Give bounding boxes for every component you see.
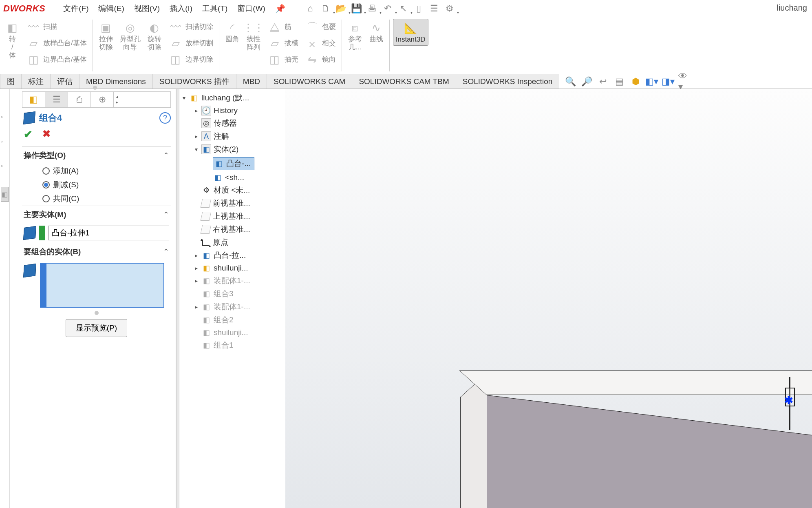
ribbon-extrude-cut[interactable]: ▣拉伸 切除 bbox=[96, 19, 116, 53]
ribbon-boundary[interactable]: ◫边界凸台/基体 bbox=[24, 51, 89, 68]
radio-subtract[interactable]: 删减(S) bbox=[22, 178, 171, 192]
ribbon-hole-wizard[interactable]: ◎异型孔 向导 bbox=[117, 19, 143, 53]
vstrip-icon-active[interactable]: ◧ bbox=[1, 187, 9, 202]
ribbon-intersect[interactable]: ⨉相交 bbox=[302, 35, 338, 51]
menu-insert[interactable]: 插入(I) bbox=[165, 2, 196, 16]
tree-body-1[interactable]: ◧凸台-... bbox=[179, 156, 285, 171]
print-icon[interactable]: 🖶▾ bbox=[365, 2, 379, 16]
menu-view[interactable]: 视图(V) bbox=[130, 2, 164, 16]
panel-splitter[interactable] bbox=[176, 89, 179, 508]
radio-add[interactable]: 添加(A) bbox=[22, 164, 171, 178]
main-body-input[interactable] bbox=[48, 226, 169, 240]
ribbon-linear-pattern[interactable]: ⋮⋮线性 阵列 bbox=[244, 19, 263, 53]
tree-sensors[interactable]: ◎传感器 bbox=[179, 117, 285, 130]
tab-evaluate[interactable]: 评估 bbox=[51, 74, 79, 89]
pm-tab-overflow[interactable]: ◂▸ bbox=[114, 92, 120, 107]
pm-tab-property-manager[interactable]: ☰ bbox=[45, 92, 68, 107]
open-icon[interactable]: 📂▾ bbox=[334, 2, 348, 16]
section-view-icon[interactable]: ▤ bbox=[613, 75, 625, 88]
tree-material[interactable]: ⚙材质 <未... bbox=[179, 184, 285, 197]
ribbon-shell[interactable]: ◫抽壳 bbox=[265, 51, 301, 68]
menu-file[interactable]: 文件(F) bbox=[59, 2, 93, 16]
ribbon-sweep[interactable]: 〰扫描 bbox=[24, 19, 89, 35]
undo-icon[interactable]: ↶▾ bbox=[381, 2, 395, 16]
vstrip-icon-3[interactable]: ◦ bbox=[1, 162, 9, 171]
pin-icon[interactable]: 📌 bbox=[271, 4, 289, 13]
tab-inspection[interactable]: SOLIDWORKS Inspection bbox=[456, 74, 560, 89]
ribbon-unknown-left[interactable]: ◧转/体 bbox=[2, 19, 22, 61]
panel-resize-dot[interactable] bbox=[93, 86, 97, 90]
pm-tab-config[interactable]: ⎙ bbox=[68, 92, 91, 107]
ribbon-fillet[interactable]: ◜圆角 bbox=[223, 19, 242, 45]
tree-history[interactable]: ▸🕘History bbox=[179, 104, 285, 117]
menu-tools[interactable]: 工具(T) bbox=[198, 2, 232, 16]
tree-annotations[interactable]: ▸A注解 bbox=[179, 130, 285, 143]
bodies-selection-list[interactable] bbox=[46, 263, 164, 308]
tree-combine-3[interactable]: ◧组合3 bbox=[179, 287, 285, 300]
tab-mbd-dimensions[interactable]: MBD Dimensions bbox=[79, 74, 153, 89]
pm-tab-feature-tree[interactable]: ◧ bbox=[22, 92, 45, 107]
list-resize-dot[interactable] bbox=[95, 311, 99, 315]
help-icon[interactable]: ? bbox=[159, 112, 171, 124]
ribbon-revolve-cut[interactable]: ◐旋转 切除 bbox=[145, 19, 164, 53]
view-orientation-icon[interactable]: ⬢ bbox=[629, 75, 642, 88]
ribbon-sweep-cut[interactable]: 〰扫描切除 bbox=[166, 19, 216, 35]
select-icon[interactable]: ↖▾ bbox=[396, 2, 410, 16]
rebuild-icon[interactable]: ▯ bbox=[412, 2, 426, 16]
ribbon-loft[interactable]: ▱放样凸台/基体 bbox=[24, 35, 89, 51]
new-icon[interactable]: 🗋▾ bbox=[319, 2, 333, 16]
tree-assembly-1b[interactable]: ▸◧装配体1-... bbox=[179, 300, 285, 313]
tree-assembly-1a[interactable]: ▸◧装配体1-... bbox=[179, 274, 285, 287]
hide-show-icon[interactable]: ◨▾ bbox=[662, 75, 674, 88]
show-preview-button[interactable]: 显示预览(P) bbox=[66, 319, 127, 337]
home-icon[interactable]: ⌂ bbox=[303, 2, 317, 16]
section-main-body[interactable]: 主要实体(M) ⌃ bbox=[22, 206, 171, 223]
ok-button[interactable]: ✔ bbox=[24, 128, 33, 141]
ribbon-ref-geom[interactable]: ⧈参考 几... bbox=[345, 19, 365, 53]
tree-bodies-folder[interactable]: ▾◧实体(2) bbox=[179, 143, 285, 156]
ribbon-wrap[interactable]: ⌒包覆 bbox=[302, 19, 338, 35]
ribbon-boundary-cut[interactable]: ◫边界切除 bbox=[166, 51, 216, 68]
tree-top-plane[interactable]: 上视基准... bbox=[179, 210, 285, 223]
tree-extrude-feature[interactable]: ▸◧凸台-拉... bbox=[179, 249, 285, 262]
radio-common[interactable]: 共同(C) bbox=[22, 192, 171, 206]
menu-window[interactable]: 窗口(W) bbox=[233, 2, 269, 16]
tree-body-2[interactable]: ◧<sh... bbox=[179, 171, 285, 184]
vstrip-icon-2[interactable]: ◦ bbox=[1, 138, 9, 146]
save-icon[interactable]: 💾▾ bbox=[350, 2, 364, 16]
tab-cam-tbm[interactable]: SOLIDWORKS CAM TBM bbox=[352, 74, 456, 89]
settings-icon[interactable]: ⚙▾ bbox=[443, 2, 457, 16]
section-bodies-to-combine[interactable]: 要组合的实体(B) ⌃ bbox=[22, 243, 171, 260]
tab-mbd[interactable]: MBD bbox=[236, 74, 267, 89]
tree-combine-2[interactable]: ◧组合2 bbox=[179, 313, 285, 326]
ribbon-curves[interactable]: ∿曲线 bbox=[366, 19, 386, 45]
tree-root[interactable]: ▾◧liuchang (默... bbox=[179, 91, 285, 104]
tab-addins[interactable]: SOLIDWORKS 插件 bbox=[153, 74, 236, 89]
ribbon-rib[interactable]: ⧋筋 bbox=[265, 19, 301, 35]
tree-right-plane[interactable]: 右视基准... bbox=[179, 223, 285, 236]
ribbon-instant3d[interactable]: 📐Instant3D bbox=[393, 19, 428, 46]
tab-annotate[interactable]: 标注 bbox=[22, 74, 51, 89]
tree-front-plane[interactable]: 前视基准... bbox=[179, 197, 285, 210]
tab-sketch[interactable]: 图 bbox=[0, 74, 22, 89]
vstrip-icon-1[interactable]: ◦ bbox=[1, 113, 9, 122]
ribbon-mirror[interactable]: ⇋镜向 bbox=[302, 51, 338, 68]
appearance-icon[interactable]: 👁▾ bbox=[678, 75, 691, 88]
cancel-button[interactable]: ✖ bbox=[42, 128, 51, 141]
3d-viewport[interactable]: ✱ bbox=[285, 89, 812, 508]
zoom-fit-icon[interactable]: 🔍 bbox=[564, 75, 576, 88]
tab-cam[interactable]: SOLIDWORKS CAM bbox=[267, 74, 352, 89]
pm-tab-dimxpert[interactable]: ⊕ bbox=[91, 92, 114, 107]
section-operation-type[interactable]: 操作类型(O) ⌃ bbox=[22, 147, 171, 164]
tree-origin[interactable]: ▴▸原点 bbox=[179, 236, 285, 249]
tree-combine-1[interactable]: ◧组合1 bbox=[179, 339, 285, 352]
zoom-area-icon[interactable]: 🔎 bbox=[580, 75, 593, 88]
tree-shuilunji-2[interactable]: ◧shuilunji... bbox=[179, 326, 285, 339]
prev-view-icon[interactable]: ↩ bbox=[597, 75, 609, 88]
tree-shuilunji-1[interactable]: ▸◧shuilunji... bbox=[179, 262, 285, 274]
list-icon[interactable]: ☰ bbox=[427, 2, 441, 16]
ribbon-loft-cut[interactable]: ▱放样切割 bbox=[166, 35, 216, 51]
menu-edit[interactable]: 编辑(E) bbox=[94, 2, 128, 16]
ribbon-draft[interactable]: ▱拔模 bbox=[265, 35, 301, 51]
display-style-icon[interactable]: ◧▾ bbox=[646, 75, 658, 88]
